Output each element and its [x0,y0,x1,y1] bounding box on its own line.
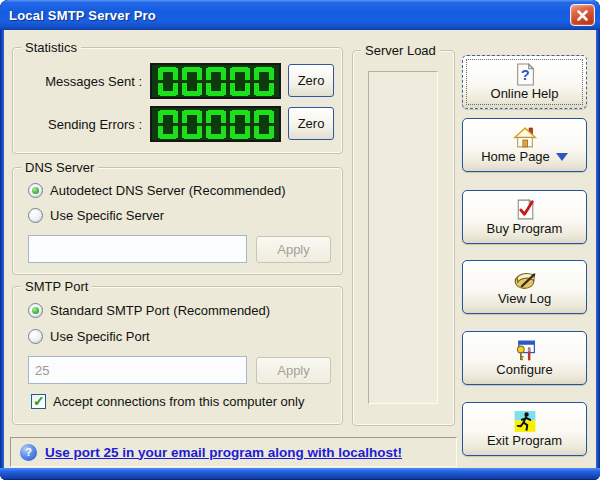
buy-program-label: Buy Program [487,222,563,236]
help-document-icon: ? [512,62,538,87]
close-button[interactable] [570,4,595,26]
dns-server-group-label: DNS Server [21,160,98,175]
dns-specific-radio[interactable] [28,208,43,223]
window-title: Local SMTP Server Pro [0,8,156,23]
log-scroll-icon [512,267,538,292]
exit-program-label: Exit Program [487,434,562,448]
led-digit [254,110,274,139]
configure-tools-icon [512,338,538,363]
server-load-group-label: Server Load [361,43,440,58]
led-digit [158,110,178,139]
dns-apply-button: Apply [256,236,331,263]
configure-button[interactable]: Configure [462,331,587,385]
dns-specific-label[interactable]: Use Specific Server [50,208,164,223]
exit-program-button[interactable]: Exit Program [462,402,587,456]
dns-autodetect-radio[interactable] [28,183,43,198]
smtp-specific-label[interactable]: Use Specific Port [50,329,150,344]
dns-server-input [28,235,247,263]
led-digit [158,67,178,96]
zero-errors-button[interactable]: Zero [288,107,334,140]
messages-sent-label: Messages Sent : [8,74,142,89]
title-bar[interactable]: Local SMTP Server Pro [0,0,600,30]
smtp-port-group-label: SMTP Port [21,279,92,294]
messages-sent-led-display [150,63,281,99]
led-digit [206,110,226,139]
buy-check-icon [512,197,538,222]
accept-local-option[interactable]: Accept connections from this computer on… [31,394,304,409]
port-hint-link[interactable]: Use port 25 in your email program along … [45,445,402,460]
online-help-label: Online Help [491,87,559,101]
view-log-button[interactable]: View Log [462,260,587,314]
dns-autodetect-option[interactable]: Autodetect DNS Server (Recommended) [28,183,286,198]
accept-local-label[interactable]: Accept connections from this computer on… [53,394,304,409]
led-digit [182,67,202,96]
smtp-port-input [28,356,247,384]
smtp-apply-button: Apply [256,357,331,384]
led-digit [206,67,226,96]
accept-local-checkbox[interactable] [31,394,46,409]
home-page-label: Home Page [481,150,550,164]
dropdown-arrow-icon [556,153,568,161]
close-icon [576,9,589,22]
window-border-right [596,30,600,468]
window-border-bottom [0,468,600,480]
statistics-group-label: Statistics [21,40,81,55]
smtp-specific-option[interactable]: Use Specific Port [28,329,150,344]
client-area: Statistics Messages Sent : Zero Sending … [4,30,596,468]
window-local-smtp-server-pro: Local SMTP Server Pro Statistics Message… [0,0,600,480]
home-page-button[interactable]: Home Page [462,118,587,172]
buy-program-button[interactable]: Buy Program [462,190,587,244]
smtp-standard-option[interactable]: Standard SMTP Port (Recommended) [28,303,270,318]
online-help-button[interactable]: ? Online Help [462,55,587,109]
home-icon [512,125,538,150]
zero-messages-button[interactable]: Zero [288,64,334,97]
help-sphere-icon: ? [20,444,37,461]
smtp-standard-radio[interactable] [28,303,43,318]
configure-label: Configure [496,363,552,377]
svg-text:?: ? [520,67,529,83]
dns-specific-option[interactable]: Use Specific Server [28,208,164,223]
led-digit [230,67,250,96]
status-panel: ? Use port 25 in your email program alon… [10,437,457,467]
sending-errors-label: Sending Errors : [8,117,142,132]
led-digit [254,67,274,96]
sending-errors-led-display [150,106,281,142]
smtp-standard-label[interactable]: Standard SMTP Port (Recommended) [50,303,270,318]
dns-autodetect-label[interactable]: Autodetect DNS Server (Recommended) [50,183,286,198]
server-load-progressbar [368,71,438,404]
server-load-group: Server Load [352,50,455,426]
led-digit [230,110,250,139]
view-log-label: View Log [498,292,551,306]
led-digit [182,110,202,139]
exit-running-man-icon [512,409,538,434]
smtp-specific-radio[interactable] [28,329,43,344]
